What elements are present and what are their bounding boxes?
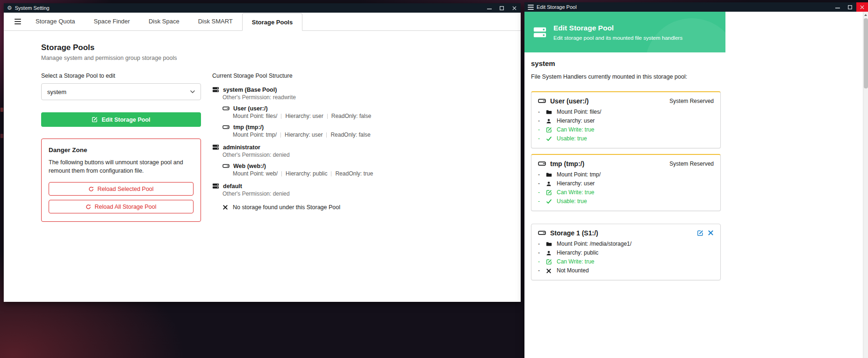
mount-hierarchy: Hierarchy: public: [286, 170, 327, 177]
bullet-dash: -: [538, 268, 546, 274]
mount-readonly: ReadOnly: false: [331, 113, 371, 119]
handler-can-write: Can Write: true: [557, 190, 594, 196]
mount-node-web: Web (web:/) Mount Point: web/ Hierarchy:…: [222, 162, 493, 177]
bullet-dash: -: [538, 136, 546, 142]
system-setting-body: Storage Quota Space Finder Disk Space Di…: [4, 13, 521, 302]
handler-can-write: Can Write: true: [557, 127, 594, 133]
hdd-icon: [222, 162, 230, 169]
selected-pool-value: system: [47, 88, 66, 95]
window-controls: [831, 2, 868, 12]
storage-pools-page: Storage Pools Manage system and permissi…: [4, 31, 521, 222]
handler-card-tmp: tmp (tmp:/) System Reserved - Mount Poin…: [531, 154, 721, 211]
system-reserved-badge: System Reserved: [669, 161, 714, 167]
check-icon: [546, 198, 553, 205]
page-title: Storage Pools: [41, 43, 507, 52]
mount-readonly: ReadOnly: true: [335, 170, 373, 177]
menu-icon[interactable]: [9, 13, 26, 30]
pool-editor-header: Edit Storage Pool Edit storage pool and …: [524, 12, 725, 52]
reload-selected-pool-label: Reload Selected Pool: [97, 186, 153, 192]
chevron-down-icon: [190, 90, 195, 93]
danger-zone-description: The following buttons will unmount stora…: [49, 158, 194, 175]
system-reserved-badge: System Reserved: [669, 98, 714, 104]
scroll-up-arrow[interactable]: [863, 12, 868, 18]
separator: [280, 132, 281, 138]
separator: [281, 171, 282, 176]
refresh-icon: [88, 186, 94, 192]
close-button[interactable]: [856, 2, 868, 12]
desktop-icon: [0, 108, 3, 112]
maximize-button[interactable]: [844, 2, 856, 12]
reload-selected-pool-button[interactable]: Reload Selected Pool: [49, 182, 194, 196]
handler-usable: Usable: true: [557, 198, 587, 205]
bullet-dash: -: [538, 118, 546, 124]
system-setting-titlebar[interactable]: ⚙ System Setting: [4, 3, 521, 13]
vertical-scrollbar[interactable]: [863, 12, 868, 358]
settings-tab-bar: Storage Quota Space Finder Disk Space Di…: [4, 13, 521, 31]
hdd-icon: [222, 124, 230, 131]
desktop-icon: [0, 134, 3, 138]
close-button[interactable]: [508, 3, 521, 13]
handler-can-write: Can Write: true: [557, 259, 594, 265]
window-title: System Setting: [15, 5, 50, 11]
edit-storage-pool-label: Edit Storage Pool: [101, 117, 150, 123]
tab-storage-quota[interactable]: Storage Quota: [26, 13, 85, 30]
bullet-dash: -: [538, 250, 546, 256]
edit-icon: [546, 127, 553, 133]
separator: [281, 114, 281, 119]
user-icon: [546, 118, 553, 124]
mount-hierarchy: Hierarchy: user: [285, 132, 323, 138]
structure-heading: Current Storage Pool Structure: [212, 73, 493, 79]
hdd-icon: [538, 97, 546, 105]
scrollbar-thumb[interactable]: [864, 18, 868, 88]
edit-storage-pool-titlebar[interactable]: Edit Storage Pool: [524, 2, 868, 12]
edit-handler-button[interactable]: [697, 230, 703, 236]
pool-node-default: default Other's Permission: denied No st…: [212, 183, 493, 211]
tab-disk-space[interactable]: Disk Space: [139, 13, 189, 30]
refresh-icon: [86, 204, 91, 210]
mount-point: Mount Point: files/: [233, 113, 277, 119]
handler-mount-point: Mount Point: /media/storage1/: [557, 241, 631, 247]
cross-icon: [546, 268, 553, 274]
bullet-dash: -: [538, 241, 546, 247]
bullet-dash: -: [538, 181, 546, 187]
handler-mount-point: Mount Point: tmp/: [557, 172, 601, 178]
handler-card-storage1: Storage 1 (S1:/) - Mount Point:: [531, 224, 721, 280]
maximize-button[interactable]: [495, 3, 508, 13]
mount-node-tmp: tmp (tmp:/) Mount Point: tmp/ Hierarchy:…: [222, 124, 493, 138]
tab-storage-pools[interactable]: Storage Pools: [242, 13, 302, 31]
pool-name: administrator: [223, 144, 260, 151]
handler-mounted-status: Not Mounted: [557, 268, 589, 274]
gear-icon: ⚙: [7, 5, 12, 11]
folder-icon: [546, 109, 553, 115]
pool-permission: Other's Permission: readwrite: [222, 94, 493, 101]
user-icon: [546, 250, 553, 256]
mount-name: Web (web:/): [233, 163, 266, 169]
select-pool-label: Select a Storage Pool to edit: [41, 73, 201, 79]
danger-zone-title: Danger Zone: [49, 146, 194, 153]
minimize-button[interactable]: [831, 2, 844, 12]
handler-name: Storage 1 (S1:/): [550, 229, 598, 237]
minimize-button[interactable]: [483, 3, 495, 13]
tab-disk-smart[interactable]: Disk SMART: [189, 13, 242, 30]
separator: [331, 171, 331, 176]
remove-handler-button[interactable]: [708, 230, 714, 236]
storage-pool-select[interactable]: system: [41, 83, 201, 100]
pool-structure-column: Current Storage Pool Structure system (B…: [212, 73, 493, 222]
handler-mount-point: Mount Point: files/: [557, 109, 601, 115]
check-icon: [546, 136, 553, 142]
handler-card-user: User (user:/) System Reserved - Mount Po…: [531, 91, 721, 148]
window-title: Edit Storage Pool: [537, 4, 577, 10]
bullet-dash: -: [538, 172, 546, 178]
handler-actions: [697, 230, 714, 236]
tab-space-finder[interactable]: Space Finder: [85, 13, 139, 30]
reload-all-pool-button[interactable]: Reload All Storage Pool: [49, 200, 194, 213]
handler-hierarchy: Hierarchy: public: [557, 250, 598, 256]
menu-icon[interactable]: [528, 5, 534, 10]
edit-storage-pool-window: Edit Storage Pool Edit Storage Pool Edit…: [524, 2, 868, 358]
separator: [326, 132, 327, 138]
mount-node-user: User (user:/) Mount Point: files/ Hierar…: [222, 105, 493, 119]
window-controls: [483, 3, 521, 13]
mount-point: Mount Point: tmp/: [233, 132, 277, 138]
pool-node-administrator: administrator Other's Permission: denied…: [212, 144, 493, 177]
edit-storage-pool-button[interactable]: Edit Storage Pool: [41, 112, 201, 127]
